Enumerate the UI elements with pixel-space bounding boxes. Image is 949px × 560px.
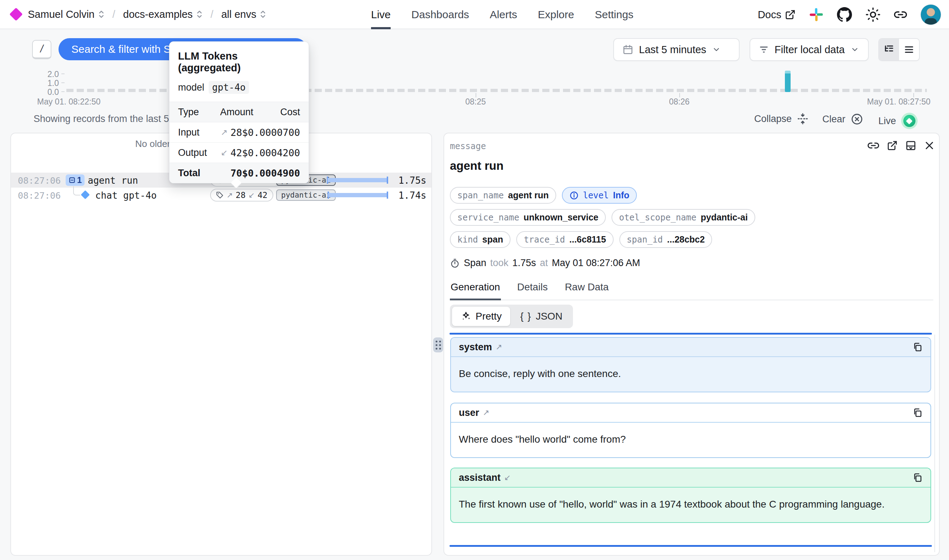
tab-generation[interactable]: Generation [450, 279, 501, 300]
attr-otel-scope-name[interactable]: otel_scope_name pydantic-ai [612, 209, 755, 226]
duration-bar [328, 192, 388, 198]
attr-span-name[interactable]: span_name agent run [450, 187, 556, 204]
token-usage-pill[interactable]: ↗ 28 ↙ 42 [210, 189, 273, 202]
pretty-toggle[interactable]: Pretty [452, 307, 510, 326]
breadcrumb-environment[interactable]: all envs [221, 9, 266, 20]
output-arrow-icon: ↙ [221, 148, 228, 158]
nav-tab-settings[interactable]: Settings [595, 0, 633, 29]
attr-service-name[interactable]: service_name unknown_service [450, 209, 606, 226]
breadcrumb-project-label: docs-examples [123, 9, 193, 20]
slack-icon [809, 8, 823, 22]
tree-view-toggle[interactable] [879, 39, 899, 60]
view-mode-toggle [878, 38, 920, 61]
span-title: agent run [450, 159, 503, 172]
input-arrow-icon: ↗ [495, 342, 502, 352]
timing-took-word: took [490, 257, 508, 269]
theme-toggle[interactable] [866, 7, 880, 22]
x-axis-label-end: May 01. 08:27:50 [842, 97, 931, 107]
scope-badge[interactable]: pydantic-ai [276, 189, 336, 201]
x-axis-label: 08:26 [658, 97, 701, 107]
main-nav: Live Dashboards Alerts Explore Settings [371, 0, 634, 29]
total-cost: $0.0004900 [242, 168, 300, 179]
attr-trace-id[interactable]: trace_id ...6c8115 [516, 231, 613, 248]
span-name: chat gpt-4o [95, 190, 157, 201]
y-axis-tick-mark [62, 82, 65, 83]
user-avatar[interactable] [920, 4, 941, 25]
clear-button[interactable]: Clear [822, 113, 863, 126]
timing-span-word: Span [464, 257, 486, 269]
row-label: Total [178, 168, 210, 179]
output-cost: $0.0004200 [242, 147, 300, 158]
scroll-top-indicator [449, 333, 932, 335]
copy-icon[interactable] [913, 342, 923, 352]
tab-details[interactable]: Details [517, 279, 549, 300]
message-text: Be concise, reply with one sentence. [451, 357, 931, 392]
tree-connector [73, 186, 80, 195]
json-toggle[interactable]: { } JSON [512, 307, 571, 326]
nav-tab-dashboards[interactable]: Dashboards [411, 0, 469, 29]
search-sql-label: Search & filter with SQL [71, 43, 185, 55]
json-label: JSON [536, 311, 563, 322]
tab-raw-data[interactable]: Raw Data [564, 279, 609, 300]
x-axis-label: 08:25 [454, 97, 497, 107]
attr-kind[interactable]: kind span [450, 231, 511, 248]
list-view-toggle[interactable] [899, 39, 919, 60]
llm-tokens-tooltip: LLM Tokens (aggregated) model gpt-4o Typ… [169, 42, 309, 183]
live-label: Live [878, 115, 896, 127]
record-kind-label: message [450, 141, 486, 151]
trace-list-panel: No older records 08:27:06 1 agent run Σ … [10, 133, 432, 556]
collapse-icon [797, 113, 809, 125]
breadcrumb-org[interactable]: Samuel Colvin [28, 9, 105, 20]
copy-icon[interactable] [913, 472, 923, 483]
dock-panel-icon[interactable] [906, 140, 916, 151]
input-amount: 28 [231, 127, 242, 138]
attr-level[interactable]: level Info [562, 187, 637, 204]
chart-spike-bar[interactable] [785, 71, 791, 92]
open-external-icon[interactable] [887, 140, 898, 151]
time-range-select[interactable]: Last 5 minutes [613, 38, 740, 61]
filter-local-data-select[interactable]: Filter local data [749, 38, 869, 61]
breadcrumb-project[interactable]: docs-examples [123, 9, 203, 20]
docs-label: Docs [758, 9, 781, 21]
panel-resize-handle[interactable] [433, 337, 443, 352]
chevrons-up-down-icon [260, 10, 266, 19]
nav-tab-live[interactable]: Live [371, 0, 391, 29]
tooltip-title: LLM Tokens (aggregated) [178, 50, 300, 74]
y-axis-tick: 2.0 [37, 69, 59, 79]
logfire-logo-icon[interactable] [9, 8, 23, 21]
tokens-table: Type Amount Cost Input ↗28 $0.0000700 Ou… [169, 102, 309, 183]
live-status-icon [901, 113, 918, 129]
copy-link-icon[interactable] [867, 140, 879, 151]
collapse-children-badge[interactable]: 1 [66, 174, 85, 186]
github-link[interactable] [837, 7, 852, 22]
chevron-down-icon [851, 45, 859, 54]
message-text: Where does "hello world" come from? [451, 423, 931, 457]
collapse-button[interactable]: Collapse [754, 113, 809, 125]
filter-icon [759, 45, 769, 55]
time-range-value: Last 5 minutes [639, 44, 706, 55]
output-tokens: 42 [258, 191, 268, 200]
panel-scrollbar[interactable] [934, 335, 935, 552]
timing-at-word: at [540, 257, 548, 269]
nav-tab-explore[interactable]: Explore [538, 0, 574, 29]
timing-duration: 1.75s [512, 257, 536, 269]
list-view-icon [904, 44, 914, 55]
input-arrow-icon: ↗ [226, 191, 233, 199]
col-cost: Cost [263, 107, 300, 118]
close-panel-icon[interactable] [924, 140, 935, 151]
live-toggle[interactable]: Live [878, 113, 918, 129]
external-link-icon [785, 9, 795, 20]
slack-link[interactable] [809, 8, 823, 22]
tag-icon [216, 191, 224, 199]
attr-span-id[interactable]: span_id ...28cbc2 [619, 231, 712, 248]
copy-icon[interactable] [913, 408, 923, 418]
input-tokens: 28 [236, 191, 246, 200]
nav-tab-alerts[interactable]: Alerts [490, 0, 517, 29]
model-value: gpt-4o [209, 81, 249, 94]
timing-timestamp: May 01 08:27:06 AM [552, 257, 640, 269]
docs-link[interactable]: Docs [758, 9, 795, 21]
span-timing: Span took 1.75s at May 01 08:27:06 AM [450, 257, 640, 269]
trace-row-chat-gpt4o[interactable]: 08:27:06 chat gpt-4o ↗ 28 ↙ 42 pydantic-… [11, 188, 431, 203]
clear-label: Clear [822, 114, 846, 125]
share-link-button[interactable] [894, 8, 907, 21]
